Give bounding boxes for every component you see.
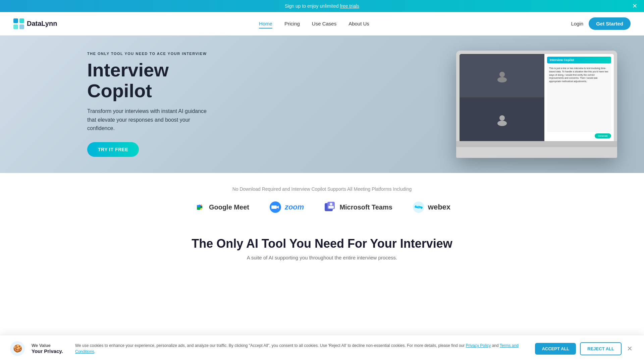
copilot-text: This is just a line or two interview to … (547, 65, 611, 132)
copilot-generate-btn: Generate (595, 133, 611, 138)
svg-point-4 (499, 72, 505, 77)
nav-links: Home Pricing Use Cases About Us (259, 21, 369, 27)
laptop-screen-inner: Interview Copilot This is just a line or… (460, 54, 614, 141)
teams-icon (324, 201, 336, 213)
hero-subtitle: THE ONLY TOOL YOU NEED TO ACE YOUR INTER… (87, 52, 215, 56)
platforms-section: No Download Required and Interview Copil… (0, 173, 644, 223)
webex-label: webex (428, 203, 450, 212)
nav-pricing[interactable]: Pricing (284, 21, 300, 26)
nav-about-us[interactable]: About Us (348, 21, 369, 26)
svg-point-13 (330, 203, 332, 205)
hero-laptop-mockup: Interview Copilot This is just a line or… (456, 51, 617, 158)
nav-use-cases[interactable]: Use Cases (312, 21, 336, 26)
navbar: DataLynn Home Pricing Use Cases About Us… (0, 12, 644, 36)
google-meet-label: Google Meet (209, 203, 249, 211)
zoom-label: zoom (285, 203, 304, 212)
video-cell-2 (460, 98, 544, 141)
svg-rect-0 (13, 18, 18, 23)
svg-rect-2 (13, 24, 18, 29)
logo[interactable]: DataLynn (13, 18, 57, 29)
try-free-button[interactable]: TRY IT FREE (87, 142, 139, 157)
svg-rect-3 (19, 24, 24, 29)
platform-zoom: zoom (269, 201, 304, 213)
section-subtext: A suite of AI supporting you throughout … (221, 255, 423, 260)
svg-point-7 (497, 121, 507, 126)
video-cell-1 (460, 54, 544, 98)
logo-icon (13, 18, 24, 29)
screen-copilot-panel: Interview Copilot This is just a line or… (544, 54, 614, 141)
copilot-header: Interview Copilot (547, 57, 611, 63)
svg-rect-14 (328, 206, 334, 208)
platform-webex: webex (413, 201, 450, 213)
google-meet-icon (194, 201, 206, 213)
hero-description: Transform your interviews with instant A… (87, 107, 215, 133)
laptop-base (456, 141, 617, 147)
laptop-outer: Interview Copilot This is just a line or… (456, 51, 617, 158)
laptop-screen: Interview Copilot This is just a line or… (460, 54, 614, 141)
hero-section: THE ONLY TOOL YOU NEED TO ACE YOUR INTER… (0, 36, 644, 173)
platforms-subtitle: No Download Required and Interview Copil… (7, 186, 637, 192)
banner-link[interactable]: free trials (340, 3, 359, 9)
get-started-button[interactable]: Get Started (589, 17, 631, 30)
section-title: The Only AI Tool You Need For Your Inter… (7, 237, 637, 251)
banner-text: Sign up to enjoy unlimited (285, 3, 340, 9)
teams-label: Microsoft Teams (339, 203, 392, 211)
hero-content: THE ONLY TOOL YOU NEED TO ACE YOUR INTER… (87, 52, 215, 157)
svg-rect-1 (19, 18, 24, 23)
banner-close-button[interactable]: ✕ (632, 3, 637, 9)
hero-title: Interview Copilot (87, 60, 215, 101)
platform-google-meet: Google Meet (194, 201, 249, 213)
webex-icon (413, 201, 425, 213)
svg-point-5 (497, 77, 507, 82)
logo-text: DataLynn (27, 20, 57, 27)
svg-point-16 (417, 206, 420, 208)
svg-point-6 (499, 115, 505, 121)
features-section-heading: The Only AI Tool You Need For Your Inter… (0, 223, 644, 264)
platform-logos: Google Meet zoom Microsof (7, 201, 637, 213)
zoom-icon (269, 201, 281, 213)
video-grid (460, 54, 544, 141)
platform-teams: Microsoft Teams (324, 201, 392, 213)
top-banner: Sign up to enjoy unlimited free trials ✕ (0, 0, 644, 12)
nav-right: Login Get Started (571, 17, 631, 30)
login-button[interactable]: Login (571, 21, 583, 26)
screen-video-area (460, 54, 544, 141)
nav-home[interactable]: Home (259, 21, 272, 28)
